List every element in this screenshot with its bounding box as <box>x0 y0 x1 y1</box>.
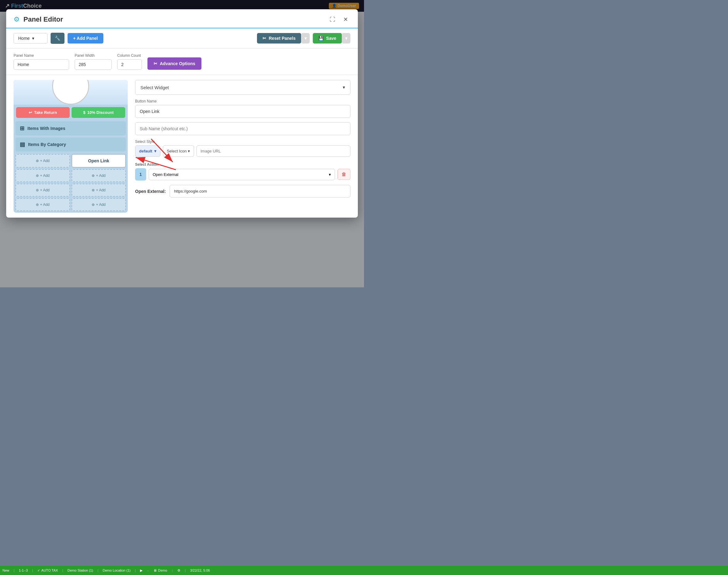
action-dropdown[interactable]: Open External ▾ <box>149 169 335 180</box>
advance-options-label: Advance Options <box>160 61 195 66</box>
chevron-down-icon: ▾ <box>32 36 34 41</box>
panel-editor-modal: ⚙ Panel Editor ⛶ ✕ Home ▾ 🔧 + Add Panel <box>6 9 358 217</box>
add-cell-1[interactable]: ⊕ + Add <box>15 154 70 168</box>
take-return-label: Take Return <box>34 110 57 115</box>
add-icon-3: ⊕ <box>92 173 95 178</box>
wrench-button[interactable]: 🔧 <box>50 33 65 44</box>
reset-panels-button[interactable]: ✂ Reset Panels <box>257 33 301 43</box>
panel-preview: 6 ↩ Take Return $ 10% Discount <box>13 80 128 213</box>
add-icon-7: ⊕ <box>92 202 95 207</box>
modal-overlay: ⚙ Panel Editor ⛶ ✕ Home ▾ 🔧 + Add Panel <box>0 0 364 288</box>
panel-width-group: Panel Width <box>75 54 112 70</box>
action-row: 1 Open External ▾ 🗑 <box>135 168 351 180</box>
take-return-button[interactable]: ↩ Take Return <box>16 107 70 118</box>
column-count-label: Column Count <box>117 54 142 58</box>
button-name-input[interactable] <box>135 105 351 118</box>
items-by-category-widget[interactable]: ▤ Items By Category <box>15 137 126 151</box>
chevron-down-icon: ▾ <box>343 84 345 90</box>
reset-panels-chevron[interactable]: ▾ <box>301 33 310 43</box>
select-action-group: Select Action 1 Open External ▾ 🗑 <box>135 161 351 180</box>
add-cell-3[interactable]: ⊕ + Add <box>72 169 126 182</box>
discount-button[interactable]: $ 10% Discount <box>72 107 125 118</box>
add-icon-6: ⊕ <box>36 202 39 207</box>
button-name-label: Button Name <box>135 99 351 103</box>
select-icon-label: Select Icon <box>167 149 187 154</box>
items-by-category-label: Items By Category <box>28 142 66 147</box>
action-number: 1 <box>135 168 146 180</box>
open-external-label: Open External: <box>135 189 166 194</box>
modal-title-group: ⚙ Panel Editor <box>13 15 63 24</box>
modal-header-actions: ⛶ ✕ <box>327 15 351 24</box>
toolbar-right: ✂ Reset Panels ▾ 💾 Save ▾ <box>257 33 351 43</box>
discount-icon: $ <box>83 110 85 115</box>
panel-name-group: Panel Name <box>13 54 69 70</box>
modal-header: ⚙ Panel Editor ⛶ ✕ <box>6 9 358 28</box>
items-with-images-label: Items With Images <box>28 126 65 131</box>
home-select-dropdown[interactable]: Home ▾ <box>13 33 47 43</box>
image-url-input[interactable] <box>196 145 351 157</box>
select-icon-dropdown[interactable]: Select Icon ▾ <box>163 145 194 157</box>
save-icon: 💾 <box>318 36 324 41</box>
add-cell-6[interactable]: ⊕ + Add <box>15 198 70 211</box>
trash-icon: 🗑 <box>341 172 347 177</box>
action-buttons-row: ↩ Take Return $ 10% Discount <box>13 105 128 121</box>
delete-action-button[interactable]: 🗑 <box>337 169 351 180</box>
advance-icon: ✂ <box>154 61 157 66</box>
add-cell-2[interactable]: ⊕ + Add <box>15 169 70 182</box>
add-cell-5[interactable]: ⊕ + Add <box>72 183 126 197</box>
chevron-down-icon: ▾ <box>154 149 156 154</box>
open-link-cell[interactable]: Open Link <box>72 154 126 168</box>
fullscreen-button[interactable]: ⛶ <box>327 15 338 24</box>
main-content: 6 ↩ Take Return $ 10% Discount <box>6 75 358 217</box>
add-icon-5: ⊕ <box>92 188 95 192</box>
toolbar: Home ▾ 🔧 + Add Panel ✂ Reset Panels ▾ 💾 <box>6 28 358 48</box>
style-inputs-row: default ▾ Select Icon ▾ <box>135 145 351 157</box>
open-external-url-input[interactable] <box>170 185 351 198</box>
column-count-group: Column Count <box>117 54 142 70</box>
select-action-label: Select Action <box>135 162 351 167</box>
grid-icon: ⊞ <box>20 125 24 132</box>
panel-settings: Panel Name Panel Width Column Count ✂ Ad… <box>6 48 358 75</box>
modal-title: Panel Editor <box>24 15 63 24</box>
return-icon: ↩ <box>29 110 32 115</box>
panel-width-input[interactable] <box>75 59 112 70</box>
style-default-label: default <box>139 149 152 154</box>
select-widget-dropdown[interactable]: Select Widget ▾ <box>135 80 351 95</box>
select-style-label: Select Style <box>135 139 351 144</box>
clock-area: 6 <box>13 80 128 105</box>
items-with-images-widget[interactable]: ⊞ Items With Images <box>15 121 126 135</box>
sub-name-input[interactable] <box>135 122 351 135</box>
barcode-icon: ▤ <box>20 141 25 148</box>
save-chevron[interactable]: ▾ <box>342 33 351 43</box>
panel-name-label: Panel Name <box>13 54 69 58</box>
add-panel-button[interactable]: + Add Panel <box>68 33 103 43</box>
action-value: Open External <box>153 172 178 177</box>
add-panel-label: + Add Panel <box>73 36 98 41</box>
panel-name-input[interactable] <box>13 59 69 70</box>
sub-name-group <box>135 122 351 135</box>
column-count-input[interactable] <box>117 59 142 70</box>
open-external-row: Open External: <box>135 185 351 198</box>
advance-options-button[interactable]: ✂ Advance Options <box>147 58 202 70</box>
close-button[interactable]: ✕ <box>341 15 351 24</box>
add-cell-7[interactable]: ⊕ + Add <box>72 198 126 211</box>
add-icon-4: ⊕ <box>36 188 39 192</box>
right-panel: Select Widget ▾ Button Name Select Style <box>133 75 358 217</box>
reset-icon: ✂ <box>262 36 266 41</box>
button-grid: ⊕ + Add Open Link ⊕ + Add ⊕ + Add <box>13 153 128 213</box>
reset-panels-label: Reset Panels <box>269 36 295 41</box>
chevron-down-icon: ▾ <box>329 172 331 177</box>
clock-display: 6 <box>52 80 89 105</box>
panel-width-label: Panel Width <box>75 54 112 58</box>
button-name-group: Button Name <box>135 99 351 118</box>
chevron-down-icon: ▾ <box>188 149 190 154</box>
panel-editor-icon: ⚙ <box>13 15 20 24</box>
save-button[interactable]: 💾 Save <box>313 33 342 43</box>
style-default-select[interactable]: default ▾ <box>135 145 160 157</box>
open-link-label: Open Link <box>88 158 109 163</box>
home-select-label: Home <box>18 36 30 41</box>
add-cell-4[interactable]: ⊕ + Add <box>15 183 70 197</box>
select-style-group: Select Style default ▾ Select Icon ▾ <box>135 139 351 157</box>
discount-label: 10% Discount <box>87 110 113 115</box>
save-label: Save <box>326 36 336 41</box>
